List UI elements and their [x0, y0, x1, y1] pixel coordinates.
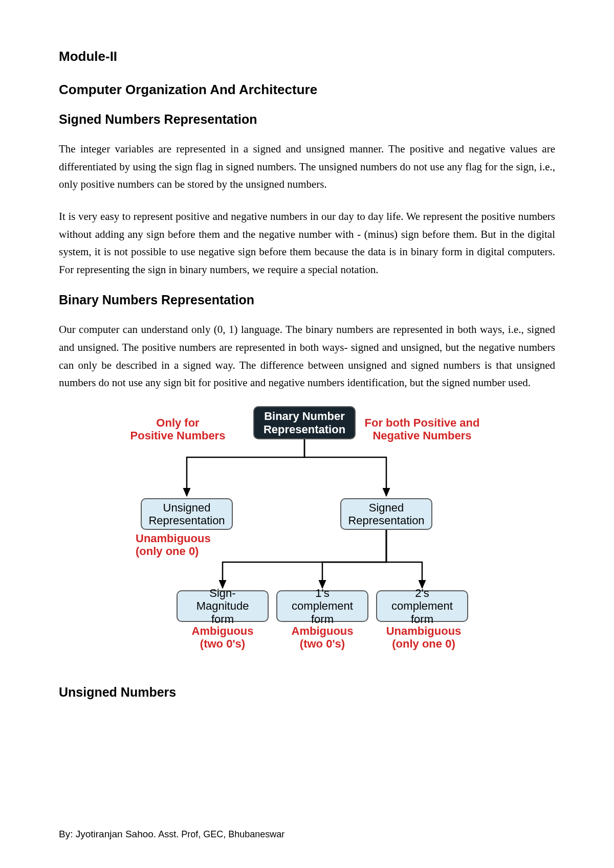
diagram-label-positive-negative: For both Positive andNegative Numbers [361, 416, 484, 442]
unsigned-section-heading: Unsigned Numbers [59, 685, 555, 700]
binary-section-heading: Binary Numbers Representation [59, 293, 555, 307]
diagram-node-root: Binary NumberRepresentation [253, 406, 356, 439]
diagram-note-sign-magnitude: Ambiguous(two 0's) [184, 625, 261, 651]
paragraph-binary: Our computer can understand only (0, 1) … [59, 321, 555, 392]
binary-representation-diagram: Binary NumberRepresentation Only forPosi… [128, 406, 486, 667]
course-heading: Computer Organization And Architecture [59, 82, 555, 98]
paragraph-intro-1: The integer variables are represented in… [59, 140, 555, 193]
page-footer: By: Jyotiranjan Sahoo. Asst. Prof, GEC, … [59, 829, 284, 840]
diagram-note-twos-complement: Unambiguous(only one 0) [383, 625, 465, 651]
diagram-label-only-positive: Only forPositive Numbers [125, 416, 230, 442]
diagram-node-signed: SignedRepresentation [340, 498, 432, 530]
diagram-node-ones-complement: 1's complementform [276, 590, 368, 622]
topic-heading: Signed Numbers Representation [59, 112, 555, 127]
diagram-node-unsigned: UnsignedRepresentation [141, 498, 233, 530]
footer-author: By: Jyotiranjan Sahoo. [59, 829, 156, 839]
diagram-node-twos-complement: 2's complementform [376, 590, 468, 622]
diagram-note-unsigned: Unambiguous(only one 0) [136, 532, 217, 558]
footer-role: Asst. Prof, GEC, Bhubaneswar [158, 829, 284, 839]
diagram-node-sign-magnitude: Sign-Magnitudeform [177, 590, 269, 622]
diagram-note-ones-complement: Ambiguous(two 0's) [284, 625, 361, 651]
module-heading: Module-II [59, 49, 555, 64]
paragraph-intro-2: It is very easy to represent positive an… [59, 208, 555, 279]
